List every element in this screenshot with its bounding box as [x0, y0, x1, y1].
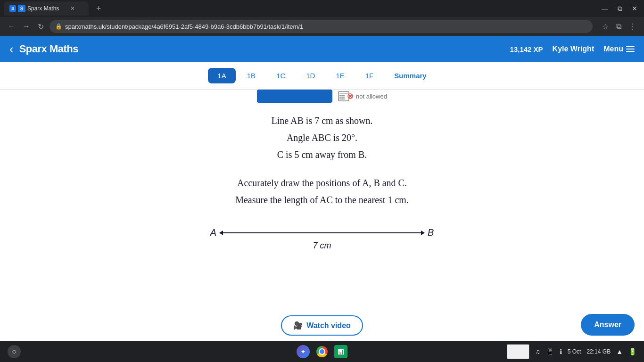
menu-label: Menu	[603, 45, 623, 53]
app-logo: Sparx Maths	[19, 43, 78, 55]
back-button[interactable]: ‹	[9, 42, 14, 57]
point-b-label: B	[428, 227, 434, 238]
back-nav-button[interactable]: ←	[6, 21, 17, 32]
taskbar: ○ ✦ 📊 ♫ 📱 ℹ 5 Oct 22:14 GB ▲ 🔋	[0, 341, 644, 362]
watch-video-button[interactable]: 🎥 Watch video	[281, 315, 363, 336]
sheets-icon[interactable]: 📊	[334, 345, 347, 358]
ab-line: A B	[210, 227, 434, 238]
taskbar-center: ✦ 📊	[297, 345, 347, 358]
username-display: Kyle Wright	[553, 45, 594, 53]
svg-rect-8	[339, 99, 341, 99]
tab-1b[interactable]: 1B	[238, 68, 265, 83]
svg-rect-3	[341, 95, 343, 96]
time-display: 22:14 GB	[586, 348, 611, 355]
svg-rect-9	[341, 99, 343, 99]
calculator-not-allowed: not allowed	[338, 91, 387, 101]
svg-rect-6	[341, 97, 343, 98]
tab-1a[interactable]: 1A	[208, 68, 235, 83]
taskbar-left: ○	[8, 345, 21, 358]
svg-rect-2	[339, 95, 341, 96]
title-bar: S S Sparx Maths ✕ + — ⧉ ✕	[0, 0, 644, 17]
screen-preview[interactable]	[507, 344, 529, 359]
window-controls: — ⧉ ✕	[599, 4, 640, 14]
instruction-line1: Accurately draw the positions of A, B an…	[235, 174, 409, 191]
chrome-menu-icon[interactable]: ⋮	[627, 21, 638, 32]
header-right: 13,142 XP Kyle Wright Menu	[510, 45, 635, 53]
xp-display: 13,142 XP	[510, 45, 543, 53]
line-length-label: 7 cm	[313, 241, 331, 251]
watch-video-label: Watch video	[306, 321, 351, 330]
wifi-icon: ▲	[616, 348, 623, 355]
tab-close-icon[interactable]: ✕	[70, 5, 75, 12]
svg-rect-10	[343, 99, 345, 99]
tab-summary[interactable]: Summary	[385, 68, 436, 83]
minimize-button[interactable]: —	[599, 4, 611, 14]
left-arrow-head	[219, 230, 223, 235]
browser-actions: ☆ ⧉ ⋮	[600, 21, 638, 32]
answer-button[interactable]: Answer	[581, 314, 635, 336]
bottom-bar: 🎥 Watch video	[0, 310, 644, 341]
forward-nav-button[interactable]: →	[21, 21, 32, 32]
problem-description: Line AB is 7 cm as shown. Angle ABC is 2…	[272, 112, 373, 163]
extensions-icon[interactable]: ⧉	[614, 21, 623, 32]
not-allowed-label: not allowed	[356, 93, 387, 100]
menu-button[interactable]: Menu	[603, 45, 635, 53]
hamburger-icon	[626, 46, 635, 52]
new-tab-button[interactable]: +	[92, 4, 105, 14]
tab-1c[interactable]: 1C	[267, 68, 295, 83]
phone-icon[interactable]: 📱	[546, 348, 554, 355]
chrome-icon[interactable]	[316, 346, 328, 357]
app-header: ‹ Sparx Maths 13,142 XP Kyle Wright Menu	[0, 36, 644, 62]
tab-1f[interactable]: 1F	[356, 68, 383, 83]
tab-favicon-s: S	[9, 5, 16, 12]
problem-line3: C is 5 cm away from B.	[272, 146, 373, 163]
tab-1e[interactable]: 1E	[326, 68, 354, 83]
info-icon[interactable]: ℹ	[560, 348, 562, 355]
close-button[interactable]: ✕	[629, 4, 640, 14]
svg-rect-7	[343, 97, 345, 98]
tab-favicon-sparx: S	[18, 5, 25, 12]
tab-1d[interactable]: 1D	[297, 68, 324, 83]
tab-title: Sparx Maths	[27, 5, 59, 12]
right-arrow-head	[421, 230, 425, 235]
reload-button[interactable]: ↻	[36, 21, 46, 32]
music-icon[interactable]: ♫	[535, 348, 540, 355]
svg-rect-5	[339, 97, 341, 98]
no-calculator-icon	[338, 91, 353, 101]
taskbar-circle-button[interactable]: ○	[8, 345, 21, 358]
line-diagram: A B 7 cm	[210, 227, 434, 251]
problem-line2: Angle ABC is 20°.	[272, 129, 373, 146]
line-body	[223, 232, 421, 233]
tabs-navigation: 1A 1B 1C 1D 1E 1F Summary	[0, 62, 644, 90]
date-display: 5 Oct	[568, 348, 581, 355]
url-bar[interactable]: 🔒 sparxmaths.uk/student/package/4a6f6951…	[50, 20, 593, 33]
sparkle-button[interactable]: ✦	[297, 345, 310, 358]
progress-bar	[257, 90, 332, 103]
lock-icon: 🔒	[55, 23, 62, 30]
bookmark-icon[interactable]: ☆	[600, 21, 611, 32]
problem-line1: Line AB is 7 cm as shown.	[272, 112, 373, 129]
maximize-button[interactable]: ⧉	[615, 4, 625, 14]
taskbar-right: ♫ 📱 ℹ 5 Oct 22:14 GB ▲ 🔋	[507, 344, 636, 359]
address-bar: ← → ↻ 🔒 sparxmaths.uk/student/package/4a…	[0, 17, 644, 36]
instruction-text: Accurately draw the positions of A, B an…	[235, 174, 409, 208]
battery-icon: 🔋	[628, 348, 636, 355]
instruction-line2: Measure the length of AC to the nearest …	[235, 191, 409, 208]
url-text: sparxmaths.uk/student/package/4a6f6951-2…	[65, 23, 303, 30]
video-camera-icon: 🎥	[293, 321, 303, 330]
svg-rect-4	[343, 95, 345, 96]
calculator-bar: not allowed	[0, 90, 644, 103]
point-a-label: A	[210, 227, 216, 238]
